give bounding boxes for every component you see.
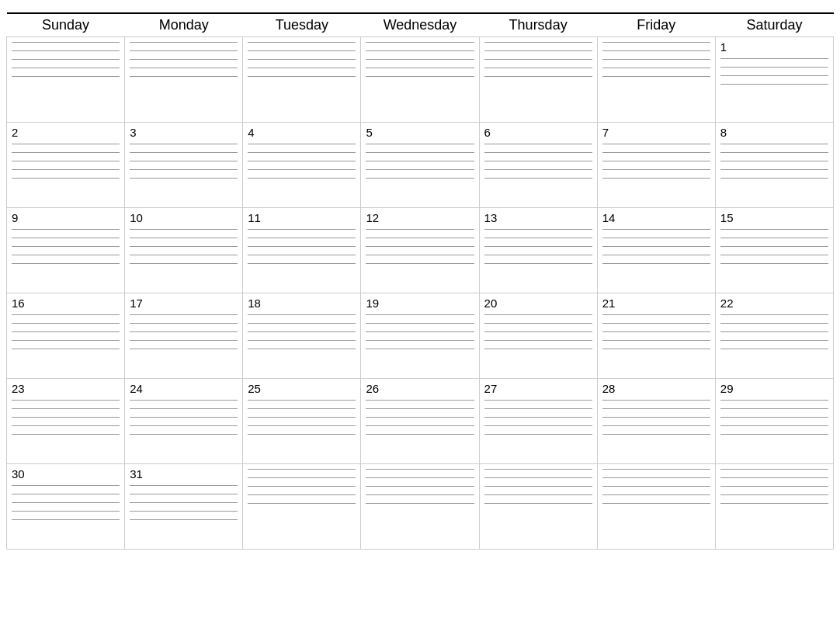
day-number: 24	[130, 382, 238, 395]
ruled-line	[720, 331, 828, 332]
day-cell-31: 31	[125, 464, 243, 550]
ruled-line	[484, 477, 592, 478]
ruled-line	[248, 76, 356, 77]
ruled-line	[248, 434, 356, 435]
day-header-saturday: Saturday	[715, 13, 833, 37]
day-cell-29: 29	[715, 379, 833, 464]
day-cell-25: 25	[243, 379, 361, 464]
ruled-line	[248, 314, 356, 315]
ruled-line	[130, 161, 238, 161]
day-cell-14: 14	[597, 208, 715, 293]
ruled-line	[602, 425, 710, 426]
day-cell-18: 18	[243, 293, 361, 379]
ruled-line	[130, 178, 238, 179]
ruled-line	[720, 349, 828, 349]
week-row-3: 9101112131415	[7, 208, 834, 293]
empty-cell	[715, 464, 833, 550]
day-cell-20: 20	[479, 293, 597, 379]
day-lines	[248, 469, 356, 504]
day-number: 14	[602, 211, 710, 224]
day-lines	[12, 314, 120, 349]
ruled-line	[248, 178, 356, 179]
day-number: 4	[248, 126, 356, 139]
ruled-line	[130, 485, 238, 486]
ruled-line	[130, 323, 238, 324]
ruled-line	[602, 68, 710, 68]
empty-cell	[361, 464, 479, 550]
empty-cell	[479, 464, 597, 550]
ruled-line	[602, 323, 710, 324]
ruled-line	[720, 434, 828, 435]
day-lines	[12, 485, 120, 520]
ruled-line	[484, 169, 592, 170]
ruled-line	[602, 400, 710, 401]
ruled-line	[366, 76, 474, 77]
ruled-line	[12, 519, 120, 520]
day-lines	[720, 400, 828, 435]
day-lines	[130, 314, 238, 349]
ruled-line	[248, 340, 356, 341]
ruled-line	[130, 144, 238, 144]
week-row-4: 16171819202122	[7, 293, 834, 379]
day-lines	[602, 469, 710, 504]
ruled-line	[248, 255, 356, 255]
ruled-line	[248, 349, 356, 349]
ruled-line	[12, 152, 120, 153]
ruled-line	[366, 263, 474, 264]
ruled-line	[366, 323, 474, 324]
empty-cell	[243, 464, 361, 550]
ruled-line	[130, 400, 238, 401]
day-cell-8: 8	[715, 123, 833, 208]
day-lines	[484, 42, 592, 77]
day-lines	[130, 229, 238, 264]
ruled-line	[12, 494, 120, 494]
day-cell-21: 21	[597, 293, 715, 379]
ruled-line	[720, 263, 828, 264]
ruled-line	[484, 76, 592, 77]
day-lines	[484, 144, 592, 179]
ruled-line	[366, 469, 474, 470]
ruled-line	[720, 503, 828, 504]
ruled-line	[12, 50, 120, 51]
days-header-row: SundayMondayTuesdayWednesdayThursdayFrid…	[7, 13, 834, 37]
day-number: 28	[602, 382, 710, 395]
ruled-line	[602, 76, 710, 77]
ruled-line	[12, 68, 120, 68]
day-number: 22	[720, 297, 828, 310]
ruled-line	[12, 434, 120, 435]
day-cell-30: 30	[7, 464, 125, 550]
ruled-line	[130, 349, 238, 349]
day-lines	[12, 144, 120, 179]
ruled-line	[12, 178, 120, 179]
ruled-line	[12, 349, 120, 349]
ruled-line	[12, 161, 120, 161]
ruled-line	[130, 340, 238, 341]
ruled-line	[484, 144, 592, 144]
ruled-line	[602, 349, 710, 349]
empty-cell	[597, 464, 715, 550]
day-header-sunday: Sunday	[7, 13, 125, 37]
ruled-line	[12, 502, 120, 503]
day-lines	[366, 400, 474, 435]
ruled-line	[248, 152, 356, 153]
day-number: 15	[720, 211, 828, 224]
empty-cell	[243, 37, 361, 123]
day-lines	[602, 42, 710, 77]
day-header-thursday: Thursday	[479, 13, 597, 37]
day-cell-3: 3	[125, 123, 243, 208]
ruled-line	[484, 400, 592, 401]
calendar-page: SundayMondayTuesdayWednesdayThursdayFrid…	[0, 0, 840, 556]
day-lines	[248, 314, 356, 349]
ruled-line	[720, 425, 828, 426]
ruled-line	[12, 246, 120, 247]
day-cell-28: 28	[597, 379, 715, 464]
ruled-line	[484, 246, 592, 247]
day-number: 16	[12, 297, 120, 310]
ruled-line	[130, 238, 238, 238]
ruled-line	[602, 238, 710, 238]
day-header-friday: Friday	[597, 13, 715, 37]
ruled-line	[12, 400, 120, 401]
day-lines	[248, 400, 356, 435]
ruled-line	[484, 425, 592, 426]
ruled-line	[720, 144, 828, 144]
